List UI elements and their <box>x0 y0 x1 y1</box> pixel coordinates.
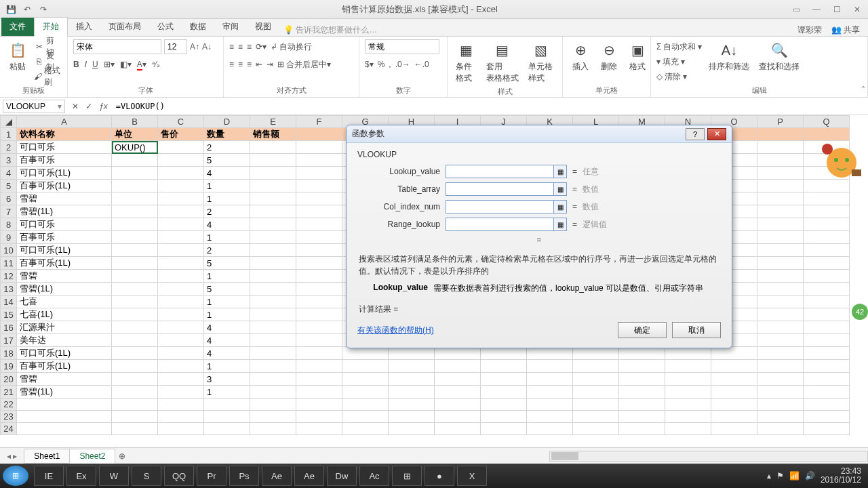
cell[interactable] <box>112 308 158 321</box>
tab-review[interactable]: 审阅 <box>214 18 247 36</box>
cell[interactable] <box>757 205 804 218</box>
cell[interactable] <box>804 399 850 411</box>
cell[interactable] <box>527 360 573 373</box>
cell[interactable] <box>112 167 158 180</box>
cell[interactable] <box>435 360 481 373</box>
minimize-icon[interactable]: — <box>810 5 823 14</box>
cell[interactable] <box>250 141 296 154</box>
cell[interactable]: 百事可乐(1L) <box>17 180 112 192</box>
cell[interactable] <box>665 399 711 411</box>
cell[interactable]: 2 <box>204 205 250 218</box>
cell[interactable] <box>757 347 804 360</box>
cell[interactable]: 1 <box>204 360 250 373</box>
range-picker-icon[interactable]: ▦ <box>553 200 567 214</box>
cell[interactable]: 百事可乐 <box>17 154 112 167</box>
number-format[interactable] <box>365 39 439 54</box>
user-name[interactable]: 谭彩荣 <box>797 24 822 36</box>
border-button[interactable]: ⊞▾ <box>104 60 115 69</box>
cell[interactable] <box>711 423 757 435</box>
cell[interactable]: 七喜 <box>17 296 112 308</box>
cell[interactable] <box>389 347 435 360</box>
cell[interactable]: 可口可乐 <box>17 141 112 154</box>
row-header-16[interactable]: 16 <box>1 321 17 334</box>
cell[interactable] <box>296 373 342 386</box>
range-picker-icon[interactable]: ▦ <box>553 165 567 178</box>
cell[interactable] <box>296 205 342 218</box>
cell[interactable]: 5 <box>204 154 250 167</box>
cell[interactable] <box>711 411 757 423</box>
taskbar-app-12[interactable]: ● <box>425 466 454 486</box>
taskbar-app-8[interactable]: Ae <box>294 466 324 486</box>
inc-dec-icon[interactable]: .0→ <box>395 60 410 69</box>
sheet-nav-prev-icon[interactable]: ◂ ▸ <box>0 451 24 461</box>
find-select-button[interactable]: 🔍查找和选择 <box>756 39 802 74</box>
range-picker-icon[interactable]: ▦ <box>553 218 567 231</box>
tab-home[interactable]: 开始 <box>34 17 68 37</box>
cell[interactable] <box>158 192 204 205</box>
row-header-2[interactable]: 2 <box>1 141 17 154</box>
maximize-icon[interactable]: ☐ <box>830 5 844 14</box>
cell[interactable] <box>804 411 850 423</box>
cell[interactable] <box>112 386 158 399</box>
cell[interactable] <box>296 308 342 321</box>
cell[interactable] <box>757 244 804 257</box>
cell[interactable] <box>158 411 204 423</box>
cell[interactable] <box>17 411 112 423</box>
cell[interactable] <box>112 283 158 296</box>
cell[interactable] <box>619 423 665 435</box>
cell[interactable]: 美年达 <box>17 334 112 347</box>
cell[interactable]: 可口可乐(1L) <box>17 167 112 180</box>
cell[interactable] <box>250 192 296 205</box>
cell[interactable]: 1 <box>204 296 250 308</box>
cell[interactable] <box>158 308 204 321</box>
cancel-button[interactable]: 取消 <box>672 322 721 338</box>
cell[interactable] <box>342 423 389 435</box>
cell[interactable] <box>619 386 665 399</box>
cell[interactable] <box>158 423 204 435</box>
currency-icon[interactable]: $▾ <box>365 60 374 69</box>
cell[interactable] <box>296 334 342 347</box>
cell[interactable] <box>296 360 342 373</box>
cell[interactable] <box>158 347 204 360</box>
cell[interactable] <box>804 423 850 435</box>
cell[interactable] <box>112 373 158 386</box>
cell[interactable] <box>804 347 850 360</box>
row-header-7[interactable]: 7 <box>1 205 17 218</box>
tray-vol-icon[interactable]: 🔊 <box>805 471 815 481</box>
cell[interactable] <box>250 334 296 347</box>
cell[interactable]: 雪碧 <box>17 192 112 205</box>
cell[interactable] <box>158 283 204 296</box>
row-header-4[interactable]: 4 <box>1 167 17 180</box>
cell[interactable] <box>389 386 435 399</box>
cell[interactable] <box>481 386 527 399</box>
cell[interactable] <box>435 347 481 360</box>
row-header-22[interactable]: 22 <box>1 399 17 411</box>
painter-button[interactable]: 🖌格式刷 <box>34 69 62 84</box>
enter-formula-icon[interactable]: ✓ <box>85 102 92 111</box>
new-sheet-icon[interactable]: ⊕ <box>115 451 130 461</box>
cell[interactable] <box>481 399 527 411</box>
cell[interactable] <box>250 321 296 334</box>
header-cell[interactable]: 数量 <box>204 128 250 141</box>
delete-cells-button[interactable]: ⊖删除 <box>597 39 621 74</box>
cell[interactable] <box>296 411 342 423</box>
cell[interactable] <box>527 386 573 399</box>
cell[interactable] <box>804 257 850 270</box>
cell[interactable] <box>250 283 296 296</box>
cell[interactable] <box>757 218 804 231</box>
cell[interactable] <box>296 167 342 180</box>
cell[interactable] <box>158 167 204 180</box>
cell[interactable] <box>112 321 158 334</box>
cell[interactable] <box>112 334 158 347</box>
taskbar-app-1[interactable]: Ex <box>66 466 96 486</box>
fill-color-button[interactable]: ◧▾ <box>120 60 132 69</box>
cell[interactable]: 1 <box>204 386 250 399</box>
row-header-14[interactable]: 14 <box>1 296 17 308</box>
taskbar-app-9[interactable]: Dw <box>327 466 357 486</box>
cell[interactable] <box>804 192 850 205</box>
cell[interactable] <box>250 205 296 218</box>
tab-insert[interactable]: 插入 <box>68 18 100 36</box>
cell[interactable]: 雪碧 <box>17 270 112 283</box>
cell[interactable] <box>296 296 342 308</box>
fx-icon[interactable]: ƒx <box>99 102 108 111</box>
